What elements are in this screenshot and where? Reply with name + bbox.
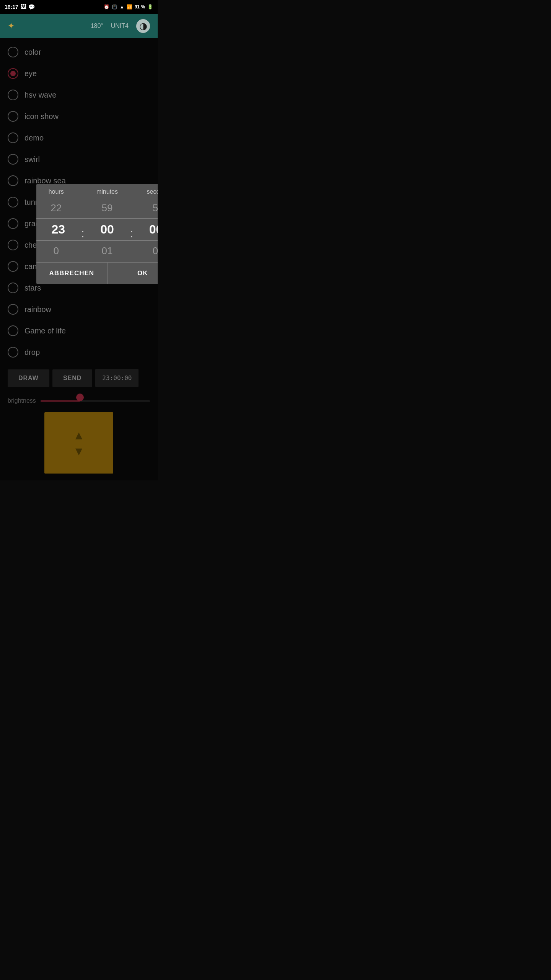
seconds-above: 59 bbox=[139, 198, 158, 218]
theme-icon: ◑ bbox=[139, 21, 147, 31]
seconds-header-label: seconds bbox=[139, 184, 158, 198]
degrees-display: 180° bbox=[91, 23, 103, 29]
seconds-selected[interactable]: 00 bbox=[134, 219, 158, 240]
minutes-header-label: minutes bbox=[87, 184, 127, 198]
separator-1: : bbox=[80, 219, 85, 240]
theme-toggle-button[interactable]: ◑ bbox=[136, 19, 150, 33]
hours-below-value: 0 bbox=[36, 241, 76, 261]
bluetooth-icon[interactable]: ✦ bbox=[8, 21, 15, 31]
status-time: 16:17 🖼 💬 bbox=[5, 4, 35, 10]
minutes-col-header: minutes bbox=[87, 184, 127, 198]
seconds-col-header: seconds bbox=[139, 184, 158, 198]
seconds-selected-value: 00 bbox=[134, 219, 158, 240]
top-bar: ✦ 180° UNIT4 ◑ bbox=[0, 14, 158, 38]
seconds-above-value: 59 bbox=[139, 198, 158, 218]
time-picker-headers: hours minutes seconds bbox=[36, 184, 158, 198]
minutes-selected[interactable]: 00 bbox=[85, 219, 129, 240]
cancel-button[interactable]: ABBRECHEN bbox=[36, 263, 108, 284]
minutes-selected-value: 00 bbox=[85, 219, 129, 240]
time-above-row: 22 59 59 bbox=[36, 198, 158, 218]
content-area: color eye hsv wave icon show demo swirl … bbox=[0, 38, 158, 480]
minutes-above-value: 59 bbox=[87, 198, 127, 218]
wifi-icon: ▲ bbox=[120, 4, 124, 10]
hours-header-label: hours bbox=[36, 184, 76, 198]
battery-icon: 🔋 bbox=[147, 4, 153, 10]
minutes-above: 59 bbox=[87, 198, 127, 218]
time-picker-dialog: hours minutes seconds 22 59 59 bbox=[36, 184, 158, 284]
photo-icon: 🖼 bbox=[21, 4, 26, 10]
minutes-below-value: 01 bbox=[87, 241, 127, 261]
separator-2: : bbox=[129, 219, 134, 240]
seconds-below: 01 bbox=[139, 241, 158, 261]
time-selected-row: 23 : 00 : 00 bbox=[36, 218, 158, 241]
signal-icon: 📶 bbox=[127, 4, 132, 10]
whatsapp-icon: 💬 bbox=[28, 4, 35, 10]
status-icons: ⏰ 📳 ▲ 📶 91 % 🔋 bbox=[104, 4, 153, 10]
time-display: 16:17 bbox=[5, 4, 18, 10]
unit-display: UNIT4 bbox=[111, 23, 129, 29]
hours-above-value: 22 bbox=[36, 198, 76, 218]
hours-above: 22 bbox=[36, 198, 76, 218]
dialog-buttons: ABBRECHEN OK bbox=[36, 262, 158, 284]
hours-below: 0 bbox=[36, 241, 76, 261]
minutes-below: 01 bbox=[87, 241, 127, 261]
top-bar-right: 180° UNIT4 ◑ bbox=[91, 19, 150, 33]
status-bar: 16:17 🖼 💬 ⏰ 📳 ▲ 📶 91 % 🔋 bbox=[0, 0, 158, 14]
hours-col-header: hours bbox=[36, 184, 76, 198]
hours-selected[interactable]: 23 bbox=[36, 219, 80, 240]
alarm-icon: ⏰ bbox=[104, 4, 109, 10]
time-below-row: 0 01 01 bbox=[36, 241, 158, 261]
hours-selected-value: 23 bbox=[36, 219, 80, 240]
seconds-below-value: 01 bbox=[139, 241, 158, 261]
ok-button[interactable]: OK bbox=[108, 263, 158, 284]
battery-display: 91 % bbox=[135, 4, 145, 10]
vibrate-icon: 📳 bbox=[112, 4, 117, 10]
